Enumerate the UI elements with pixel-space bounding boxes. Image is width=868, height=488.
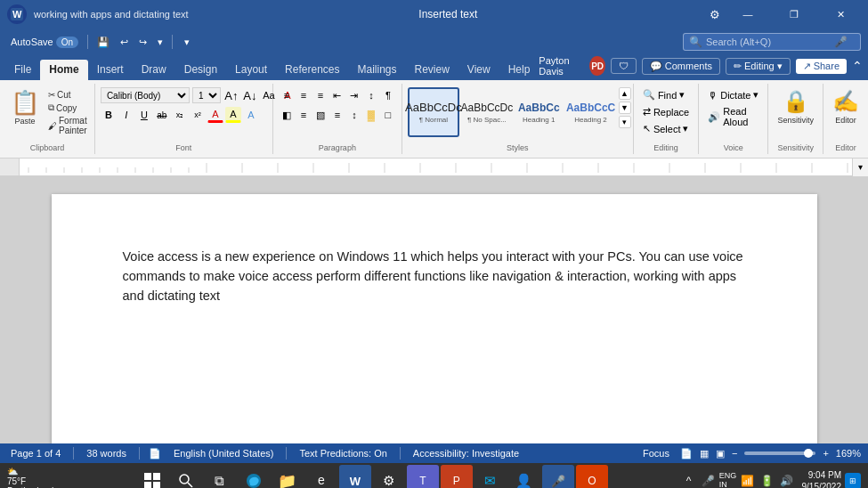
more-button[interactable]: ▾ — [154, 35, 166, 50]
tab-draw[interactable]: Draw — [133, 60, 175, 80]
sort-button[interactable]: ↕ — [363, 87, 379, 103]
style-normal[interactable]: AaBbCcDc ¶ Normal — [408, 87, 459, 137]
zoom-handle[interactable] — [804, 449, 813, 458]
autosave-toggle[interactable]: AutoSave On — [7, 35, 82, 50]
restore-button[interactable]: ❐ — [774, 0, 815, 28]
tab-insert[interactable]: Insert — [88, 60, 133, 80]
view-outline-icon[interactable]: ▣ — [716, 448, 725, 460]
word-taskbar-button[interactable]: W — [339, 465, 371, 488]
decrease-indent-button[interactable]: ⇤ — [329, 87, 345, 103]
comments-button[interactable]: 💬 Comments — [642, 58, 720, 75]
style-heading-1[interactable]: AaBbCc Heading 1 — [515, 87, 564, 137]
document-content[interactable]: Voice access is a new experience on Wind… — [123, 248, 746, 305]
voice-taskbar-button[interactable]: 🎤 — [542, 465, 574, 488]
font-color-button[interactable]: A — [207, 107, 223, 123]
page-info[interactable]: Page 1 of 4 — [7, 447, 64, 460]
borders-button[interactable]: □ — [380, 107, 396, 123]
shading-button[interactable]: ▓ — [363, 107, 379, 123]
strikethrough-button[interactable]: ab — [154, 107, 170, 123]
font-size-select[interactable]: 11 — [192, 87, 221, 103]
zoom-slider[interactable] — [744, 451, 815, 455]
volume-icon[interactable]: 🔊 — [779, 473, 795, 488]
style-heading-2[interactable]: AaBbCcC Heading 2 — [565, 87, 617, 137]
center-button[interactable]: ≡ — [296, 107, 312, 123]
doc-dropdown-icon[interactable]: ▾ — [184, 37, 190, 48]
underline-button[interactable]: U — [136, 107, 152, 123]
notification-button[interactable]: ⊞ — [845, 473, 861, 488]
accessibility-button[interactable]: Accessibility: Investigate — [410, 447, 523, 460]
decrease-font-size-button[interactable]: A↓ — [242, 87, 258, 103]
tab-home[interactable]: Home — [40, 60, 87, 80]
show-marks-button[interactable]: ¶ — [380, 87, 396, 103]
search-box[interactable]: 🔍 🎤 — [683, 33, 861, 51]
format-painter-button[interactable]: 🖌 Format Painter — [46, 115, 89, 136]
user-avatar[interactable]: PD — [589, 56, 604, 76]
share-button[interactable]: ↗ Share — [796, 59, 847, 74]
office-hub-button[interactable]: O — [576, 465, 608, 488]
edge-button[interactable] — [238, 465, 270, 488]
bold-button[interactable]: B — [101, 107, 117, 123]
lang-icon[interactable]: ENGIN — [720, 473, 736, 488]
task-view-button[interactable]: ⧉ — [204, 465, 236, 488]
tab-help[interactable]: Help — [499, 60, 539, 80]
italic-button[interactable]: I — [118, 107, 134, 123]
select-button[interactable]: ↖ Select ▾ — [639, 121, 693, 136]
styles-expand[interactable]: ▾ — [619, 116, 631, 128]
people-button[interactable]: 👤 — [508, 465, 540, 488]
tab-file[interactable]: File — [5, 60, 40, 80]
ruler-bar[interactable] — [20, 159, 852, 175]
numbering-button[interactable]: ≡ — [296, 87, 312, 103]
increase-font-size-button[interactable]: A↑ — [223, 87, 239, 103]
view-web-icon[interactable]: ▦ — [700, 448, 709, 460]
teams-button[interactable]: T — [407, 465, 439, 488]
language-button[interactable]: English (United States) — [170, 447, 278, 460]
ribbon-collapse-button[interactable]: ⌃ — [852, 59, 863, 73]
word-count[interactable]: 38 words — [83, 447, 130, 460]
find-button[interactable]: 🔍 Find ▾ — [639, 87, 693, 102]
subscript-button[interactable]: x₂ — [172, 107, 188, 123]
settings-taskbar-button[interactable]: ⚙ — [373, 465, 405, 488]
clock[interactable]: 9:04 PM 9/15/2022 — [802, 469, 842, 488]
line-spacing-button[interactable]: ↕ — [346, 107, 362, 123]
align-left-button[interactable]: ◧ — [279, 107, 295, 123]
styles-scroll-down[interactable]: ▼ — [619, 102, 631, 114]
editor-button[interactable]: ✍ Editor — [829, 87, 863, 126]
windows-start-button[interactable] — [136, 465, 168, 488]
justify-button[interactable]: ≡ — [329, 107, 345, 123]
zoom-minus-button[interactable]: − — [732, 448, 737, 459]
document-page[interactable]: Voice access is a new experience on Wind… — [52, 194, 817, 443]
autosave-state[interactable]: On — [56, 37, 78, 48]
minimize-button[interactable]: — — [727, 0, 768, 28]
multilevel-list-button[interactable]: ≡ — [312, 87, 329, 103]
superscript-button[interactable]: x² — [190, 107, 206, 123]
document-area[interactable]: Voice access is a new experience on Wind… — [0, 176, 868, 443]
tab-layout[interactable]: Layout — [226, 60, 276, 80]
weather-widget[interactable]: ⛅ 75°F Partly cloudy — [7, 467, 58, 489]
tab-review[interactable]: Review — [406, 60, 458, 80]
read-aloud-button[interactable]: 🔊 Read Aloud — [704, 104, 762, 129]
search-taskbar-button[interactable] — [170, 465, 202, 488]
sensitivity-button[interactable]: 🔒 Sensitivity — [774, 87, 817, 126]
shield-icon[interactable]: 🛡 — [611, 58, 637, 74]
powerpoint-button[interactable]: P — [441, 465, 473, 488]
view-print-icon[interactable]: 📄 — [680, 448, 693, 460]
align-right-button[interactable]: ▧ — [312, 107, 329, 123]
highlight-button[interactable]: A — [225, 107, 241, 123]
copy-button[interactable]: ⧉ Copy — [46, 102, 89, 114]
search-input[interactable] — [706, 37, 831, 47]
tab-design[interactable]: Design — [175, 60, 226, 80]
cut-button[interactable]: ✂ Cut — [46, 89, 89, 101]
battery-icon[interactable]: 🔋 — [759, 473, 775, 488]
zoom-level[interactable]: 169% — [836, 448, 861, 459]
redo-button[interactable]: ↪ — [135, 35, 150, 50]
dictate-button[interactable]: 🎙 Dictate ▾ — [704, 87, 762, 102]
save-button[interactable]: 💾 — [93, 35, 113, 50]
text-effects-button[interactable]: A — [243, 107, 259, 123]
focus-button[interactable]: Focus — [639, 447, 673, 460]
font-name-select[interactable]: Calibri (Body) — [101, 87, 190, 103]
style-no-spacing[interactable]: AaBbCcDc ¶ No Spac... — [461, 87, 513, 137]
bullets-button[interactable]: ≡ — [279, 87, 295, 103]
chevron-icon[interactable]: ^ — [681, 473, 697, 488]
undo-button[interactable]: ↩ — [117, 35, 132, 50]
tab-mailings[interactable]: Mailings — [348, 60, 405, 80]
